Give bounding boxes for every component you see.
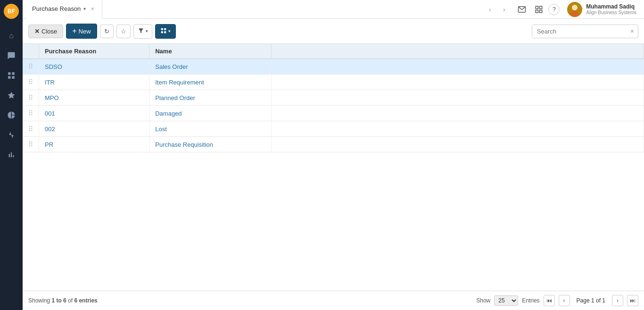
search-clear-button[interactable]: ×	[627, 27, 638, 35]
purchase-reason-link[interactable]: 001	[45, 110, 55, 117]
star-icon[interactable]	[3, 87, 20, 104]
view-grid-icon	[160, 27, 167, 35]
table-row: ⠿ ITR Item Requirement	[23, 75, 644, 90]
search-input[interactable]	[532, 25, 627, 38]
user-company: Align Business Systems	[586, 10, 636, 15]
purchase-reason-cell: PR	[39, 137, 149, 152]
close-label: Close	[41, 28, 57, 35]
user-name: Muhammad Sadiq	[586, 3, 636, 10]
col-extra-header	[271, 44, 644, 59]
prev-page-button[interactable]: ‹	[559, 295, 570, 306]
purchase-reason-cell: ITR	[39, 75, 149, 90]
avatar	[567, 2, 582, 17]
app-logo[interactable]: BF	[4, 4, 19, 19]
name-link[interactable]: Lost	[155, 126, 167, 133]
activity-icon[interactable]	[3, 126, 20, 143]
nav-icons: ?	[511, 2, 563, 17]
extra-cell	[271, 106, 644, 121]
drag-handle-icon: ⠿	[28, 94, 33, 101]
new-button[interactable]: + New	[66, 24, 97, 39]
bar-chart-icon[interactable]	[3, 146, 20, 163]
col-name-header: Name	[149, 44, 271, 59]
name-cell: Damaged	[149, 106, 271, 121]
show-label: Show	[476, 297, 490, 304]
table-row: ⠿ 002 Lost	[23, 121, 644, 137]
grid-icon[interactable]	[3, 67, 20, 84]
svg-point-6	[572, 5, 578, 10]
drag-handle-icon: ⠿	[28, 63, 33, 70]
last-page-button[interactable]: ⏭	[627, 295, 638, 306]
purchase-reason-link[interactable]: PR	[45, 141, 53, 148]
table-row: ⠿ 001 Damaged	[23, 106, 644, 121]
sidebar: BF ⌂	[0, 0, 23, 310]
svg-rect-1	[536, 6, 538, 8]
purchase-reason-link[interactable]: MPO	[45, 94, 59, 101]
name-link[interactable]: Purchase Requisition	[155, 141, 213, 148]
purchase-reason-cell: MPO	[39, 90, 149, 106]
col-purchase-reason-header: Purchase Reason	[39, 44, 149, 59]
tab-title: Purchase Reason	[32, 5, 81, 12]
user-section[interactable]: Muhammad Sadiq Align Business Systems	[563, 2, 640, 17]
bookmark-button[interactable]: ☆	[116, 25, 131, 38]
entries-per-page-select[interactable]: 10 25 50 100	[494, 295, 518, 306]
drag-handle-cell: ⠿	[23, 106, 39, 121]
name-link[interactable]: Item Requirement	[155, 79, 204, 86]
extra-cell	[271, 121, 644, 137]
pie-icon[interactable]	[3, 107, 20, 124]
table-body: ⠿ SDSO Sales Order ⠿ ITR Item Requiremen…	[23, 59, 644, 152]
view-button[interactable]: ▾	[155, 24, 176, 39]
view-dropdown-icon: ▾	[168, 29, 171, 34]
page-info: Page 1 of 1	[577, 297, 605, 304]
nav-back-button[interactable]: ‹	[483, 3, 496, 16]
name-cell: Item Requirement	[149, 75, 271, 90]
filter-dropdown-icon: ▾	[146, 29, 148, 34]
tab-dropdown-icon[interactable]: ▾	[83, 6, 86, 11]
plus-icon: +	[72, 27, 76, 35]
new-label: New	[79, 28, 91, 35]
name-link[interactable]: Damaged	[155, 110, 182, 117]
tab-close-button[interactable]: ×	[89, 5, 96, 13]
main-content: Purchase Reason ▾ × ‹ › ? Muhammad Sadiq…	[23, 0, 644, 310]
content-area: ✕ Close + New ↻ ☆ ▾	[23, 19, 644, 310]
filter-button[interactable]: ▾	[133, 24, 152, 39]
help-icon-button[interactable]: ?	[548, 4, 560, 15]
filter-icon	[138, 27, 144, 35]
col-drag-handle	[23, 44, 39, 59]
table-row: ⠿ SDSO Sales Order	[23, 59, 644, 75]
chat-icon[interactable]	[3, 47, 20, 64]
refresh-icon: ↻	[104, 28, 109, 35]
table-header-row: Purchase Reason Name	[23, 44, 644, 59]
nav-arrows: ‹ ›	[483, 3, 511, 16]
name-link[interactable]: Planned Order	[155, 94, 195, 101]
next-page-button[interactable]: ›	[612, 295, 623, 306]
name-cell: Purchase Requisition	[149, 137, 271, 152]
first-page-button[interactable]: ⏮	[544, 295, 555, 306]
table-container: Purchase Reason Name ⠿ SDSO Sales Order …	[23, 44, 644, 291]
purchase-reason-link[interactable]: SDSO	[45, 63, 62, 70]
purchase-reason-cell: 002	[39, 121, 149, 137]
name-link[interactable]: Sales Order	[155, 63, 188, 70]
table-row: ⠿ PR Purchase Requisition	[23, 137, 644, 152]
purchase-reason-tab[interactable]: Purchase Reason ▾ ×	[26, 0, 102, 19]
close-icon: ✕	[34, 28, 40, 35]
name-cell: Planned Order	[149, 90, 271, 106]
mail-icon-button[interactable]	[514, 2, 529, 17]
extra-cell	[271, 137, 644, 152]
purchase-reason-link[interactable]: 002	[45, 126, 55, 133]
purchase-reason-cell: 001	[39, 106, 149, 121]
toolbar: ✕ Close + New ↻ ☆ ▾	[23, 19, 644, 44]
drag-handle-icon: ⠿	[28, 125, 33, 133]
bookmark-icon: ☆	[121, 28, 126, 35]
refresh-button[interactable]: ↻	[100, 25, 114, 38]
home-icon[interactable]: ⌂	[3, 27, 20, 44]
purchase-reason-link[interactable]: ITR	[45, 79, 55, 86]
nav-forward-button[interactable]: ›	[497, 3, 511, 16]
drag-handle-cell: ⠿	[23, 137, 39, 152]
user-info: Muhammad Sadiq Align Business Systems	[586, 3, 636, 15]
purchase-reason-cell: SDSO	[39, 59, 149, 75]
purchase-reason-table: Purchase Reason Name ⠿ SDSO Sales Order …	[23, 44, 644, 152]
extra-cell	[271, 75, 644, 90]
drag-handle-cell: ⠿	[23, 75, 39, 90]
dashboard-icon-button[interactable]	[531, 2, 546, 17]
close-button[interactable]: ✕ Close	[28, 25, 63, 38]
